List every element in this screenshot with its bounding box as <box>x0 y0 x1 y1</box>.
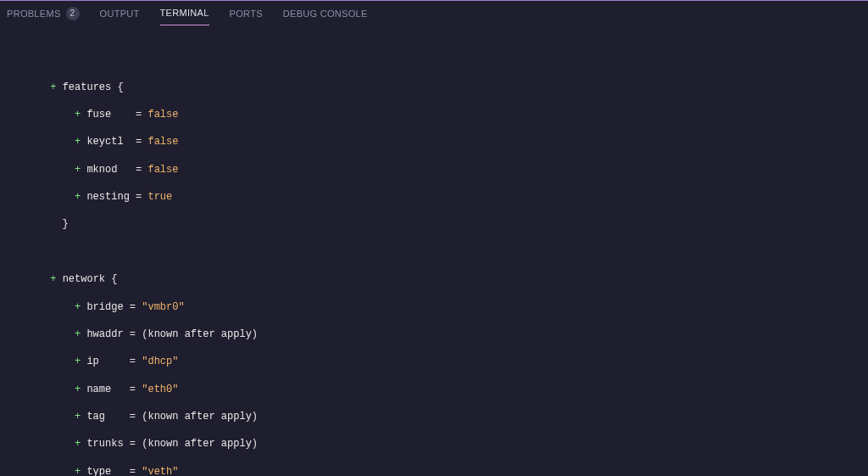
tab-problems[interactable]: PROBLEMS 2 <box>7 1 80 25</box>
terminal-output[interactable]: + features { + fuse = false + keyctl = f… <box>0 25 868 476</box>
tab-label: DEBUG CONSOLE <box>283 8 368 19</box>
tab-ports[interactable]: PORTS <box>230 1 263 25</box>
tab-label: OUTPUT <box>100 8 140 19</box>
tab-label: PORTS <box>230 8 263 19</box>
tab-debug-console[interactable]: DEBUG CONSOLE <box>283 1 368 25</box>
problems-badge: 2 <box>66 7 80 20</box>
panel-tab-bar: PROBLEMS 2 OUTPUT TERMINAL PORTS DEBUG C… <box>0 0 868 25</box>
tab-terminal[interactable]: TERMINAL <box>160 1 209 25</box>
tab-output[interactable]: OUTPUT <box>100 1 140 25</box>
tab-label: PROBLEMS <box>7 8 61 19</box>
tab-label: TERMINAL <box>160 8 209 18</box>
